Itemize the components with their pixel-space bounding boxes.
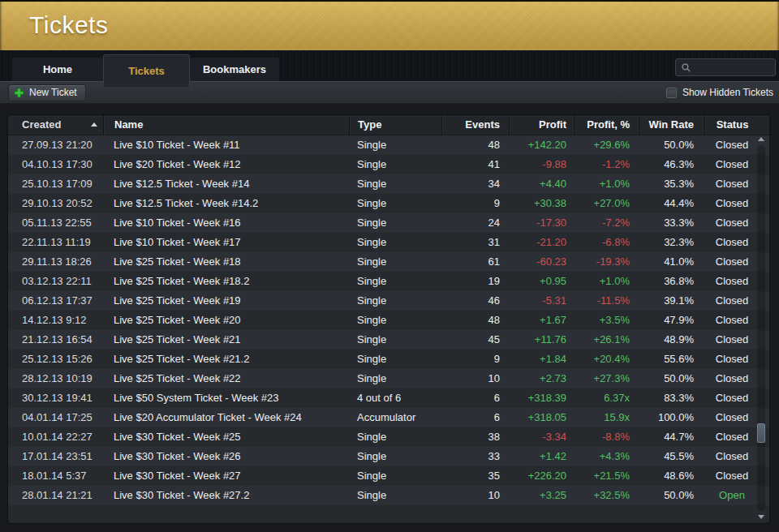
column-header-events[interactable]: Events — [441, 115, 509, 135]
ticket-row[interactable]: 30.12.13 19:41Live $50 System Ticket - W… — [8, 388, 769, 408]
cell-profit: -60.23 — [509, 252, 575, 272]
cell-events: 31 — [441, 233, 509, 252]
cell-events: 33 — [441, 447, 509, 466]
cell-events: 48 — [441, 135, 509, 155]
ticket-row[interactable]: 04.01.14 17:25Live $20 Accumulator Ticke… — [8, 408, 769, 427]
cell-win_rate: 46.3% — [639, 155, 704, 174]
search-box[interactable] — [675, 58, 776, 76]
cell-profit_pct: +27.0% — [575, 194, 639, 213]
ticket-row[interactable]: 25.12.13 15:26Live $25 Ticket - Week #21… — [8, 350, 769, 369]
cell-win_rate: 50.0% — [639, 369, 704, 388]
cell-profit: -3.34 — [509, 427, 575, 447]
cell-created: 03.12.13 22:11 — [8, 272, 103, 291]
cell-name: Live $10 Ticket - Week #17 — [103, 233, 349, 252]
cell-events: 34 — [441, 174, 509, 194]
cell-name: Live $30 Ticket - Week #26 — [103, 447, 349, 466]
cell-events: 19 — [441, 272, 509, 291]
ticket-row[interactable]: 28.01.14 21:21Live $30 Ticket - Week #27… — [8, 486, 769, 505]
cell-created: 30.12.13 19:41 — [8, 388, 103, 408]
ticket-row[interactable]: 25.10.13 17:09Live $12.5 Ticket - Week #… — [8, 174, 769, 194]
cell-events: 24 — [441, 213, 509, 233]
scroll-down-icon[interactable] — [758, 515, 764, 519]
new-ticket-label: New Ticket — [29, 87, 77, 98]
cell-type: Single — [349, 233, 441, 252]
cell-profit: +2.73 — [509, 369, 575, 388]
ticket-row[interactable]: 06.12.13 17:37Live $25 Ticket - Week #19… — [8, 291, 769, 311]
ticket-row[interactable]: 29.11.13 18:26Live $25 Ticket - Week #18… — [8, 252, 769, 272]
ticket-row[interactable]: 18.01.14 5:37Live $30 Ticket - Week #27S… — [8, 466, 769, 486]
column-header-status[interactable]: Status — [704, 115, 769, 135]
cell-events: 10 — [441, 369, 509, 388]
plus-icon — [14, 88, 24, 98]
ticket-row[interactable]: 17.01.14 23:51Live $30 Ticket - Week #26… — [8, 447, 769, 466]
cell-type: 4 out of 6 — [349, 388, 441, 408]
cell-name: Live $30 Ticket - Week #25 — [103, 427, 349, 447]
cell-created: 25.10.13 17:09 — [8, 174, 103, 194]
scroll-up-icon[interactable] — [758, 137, 764, 141]
ticket-row[interactable]: 27.09.13 21:20Live $10 Ticket - Week #11… — [8, 135, 769, 155]
cell-profit_pct: 15.9x — [575, 408, 639, 427]
tab-tickets[interactable]: Tickets — [103, 54, 190, 87]
cell-created: 27.09.13 21:20 — [8, 135, 103, 155]
cell-profit: -5.31 — [509, 291, 575, 311]
cell-win_rate: 35.3% — [639, 174, 704, 194]
cell-win_rate: 44.4% — [639, 194, 704, 213]
cell-created: 25.12.13 15:26 — [8, 350, 103, 369]
column-header-created[interactable]: Created — [8, 115, 103, 135]
cell-type: Single — [349, 447, 441, 466]
cell-name: Live $50 System Ticket - Week #23 — [103, 388, 349, 408]
column-label: Created — [22, 118, 61, 131]
ticket-row[interactable]: 10.01.14 22:27Live $30 Ticket - Week #25… — [8, 427, 769, 447]
scrollbar-thumb[interactable] — [757, 423, 765, 443]
cell-type: Single — [349, 427, 441, 447]
column-header-profit_pct[interactable]: Profit, % — [575, 115, 639, 135]
cell-win_rate: 48.6% — [639, 466, 704, 486]
cell-profit: +318.05 — [509, 408, 575, 427]
ticket-row[interactable]: 04.10.13 17:30Live $20 Ticket - Week #12… — [8, 155, 769, 174]
new-ticket-button[interactable]: New Ticket — [8, 84, 86, 101]
cell-created: 04.01.14 17:25 — [8, 408, 103, 427]
ticket-row[interactable]: 14.12.13 9:12Live $25 Ticket - Week #20S… — [8, 311, 769, 330]
cell-events: 9 — [441, 350, 509, 369]
search-input[interactable] — [695, 62, 772, 73]
tab-bookmakers[interactable]: Bookmakers — [190, 58, 279, 81]
cell-events: 46 — [441, 291, 509, 311]
cell-events: 9 — [441, 194, 509, 213]
cell-name: Live $25 Ticket - Week #18.2 — [103, 272, 349, 291]
app-header: Tickets — [0, 0, 779, 50]
cell-events: 6 — [441, 408, 509, 427]
vertical-scrollbar[interactable] — [755, 137, 767, 519]
cell-type: Single — [349, 291, 441, 311]
cell-name: Live $25 Ticket - Week #22 — [103, 369, 349, 388]
column-header-type[interactable]: Type — [349, 115, 441, 135]
show-hidden-checkbox[interactable] — [666, 88, 677, 98]
ticket-row[interactable]: 05.11.13 22:55Live $10 Ticket - Week #16… — [8, 213, 769, 233]
ticket-row[interactable]: 21.12.13 16:54Live $25 Ticket - Week #21… — [8, 330, 769, 350]
cell-created: 18.01.14 5:37 — [8, 466, 103, 486]
tab-home[interactable]: Home — [12, 58, 103, 81]
cell-profit: +11.76 — [509, 330, 575, 350]
show-hidden-toggle[interactable]: Show Hidden Tickets — [666, 87, 773, 98]
cell-events: 48 — [441, 311, 509, 330]
cell-profit_pct: +21.5% — [575, 466, 639, 486]
cell-type: Single — [349, 194, 441, 213]
cell-win_rate: 47.9% — [639, 311, 704, 330]
cell-win_rate: 50.0% — [639, 486, 704, 505]
cell-name: Live $25 Ticket - Week #21.2 — [103, 350, 349, 369]
cell-profit: +318.39 — [509, 388, 575, 408]
column-header-win_rate[interactable]: Win Rate — [639, 115, 704, 135]
column-header-name[interactable]: Name — [103, 115, 349, 135]
cell-created: 28.01.14 21:21 — [8, 486, 103, 505]
column-header-profit[interactable]: Profit — [509, 115, 575, 135]
cell-type: Single — [349, 466, 441, 486]
ticket-row[interactable]: 29.10.13 20:52Live $12.5 Ticket - Week #… — [8, 194, 769, 213]
cell-name: Live $30 Ticket - Week #27 — [103, 466, 349, 486]
ticket-row[interactable]: 03.12.13 22:11Live $25 Ticket - Week #18… — [8, 272, 769, 291]
ticket-row[interactable]: 22.11.13 11:19Live $10 Ticket - Week #17… — [8, 233, 769, 252]
cell-profit: +1.42 — [509, 447, 575, 466]
cell-profit: +4.40 — [509, 174, 575, 194]
scrollbar-track[interactable] — [756, 144, 766, 512]
cell-profit_pct: -11.5% — [575, 291, 639, 311]
cell-win_rate: 36.8% — [639, 272, 704, 291]
ticket-row[interactable]: 28.12.13 10:19Live $25 Ticket - Week #22… — [8, 369, 769, 388]
